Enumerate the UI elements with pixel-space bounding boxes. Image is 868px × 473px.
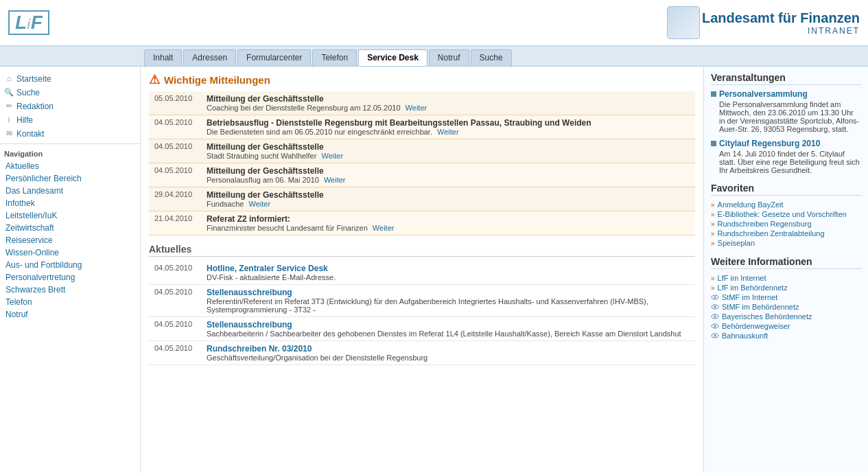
sidebar-nav-zeitwirtschaft[interactable]: Zeitwirtschaft bbox=[0, 222, 140, 234]
veranstaltungen-title: Veranstaltungen bbox=[711, 72, 861, 85]
aktuelles-text: Geschäftsverteilung/Organisation bei der… bbox=[207, 354, 692, 362]
event-link-citylauf[interactable]: Citylauf Regensburg 2010 bbox=[711, 139, 861, 148]
news-weiter-link[interactable]: Weiter bbox=[321, 152, 343, 160]
news-row: 04.05.2010Betriebsausflug - Dienststelle… bbox=[149, 115, 695, 139]
info-label: Bahnauskunft bbox=[722, 332, 768, 340]
news-content: Mitteilung der GeschäftsstellePersonalau… bbox=[204, 163, 695, 187]
news-title: Mitteilung der Geschäftsstelle bbox=[207, 142, 692, 152]
fav-link-e-bibliothek[interactable]: »E-Bibliothek: Gesetze und Vorschriften bbox=[711, 209, 861, 219]
info-link-stmf-behoerdennetz[interactable]: StMF im Behördennetz bbox=[711, 302, 861, 312]
info-link-behoerdenwegweiser[interactable]: Behördenwegweiser bbox=[711, 321, 861, 331]
warning-icon: ⚠ bbox=[149, 72, 160, 87]
nav-tab-service-desk[interactable]: Service Desk bbox=[358, 49, 427, 66]
aktuelles-date: 04.05.2010 bbox=[149, 261, 204, 285]
sidebar-nav-schwarzes-brett[interactable]: Schwarzes Brett bbox=[0, 284, 140, 296]
fav-label: E-Bibliothek: Gesetze und Vorschriften bbox=[718, 210, 847, 218]
aktuelles-title: Aktuelles bbox=[149, 244, 695, 257]
news-row: 04.05.2010Mitteilung der Geschäftsstelle… bbox=[149, 163, 695, 187]
sidebar-nav-persoenlicher-bereich[interactable]: Persönlicher Bereich bbox=[0, 172, 140, 185]
info-link-lff-internet[interactable]: »LfF im Internet bbox=[711, 273, 861, 283]
fav-link-rundschreiben-zentralabteilung[interactable]: »Rundschreiben Zentralabteilung bbox=[711, 229, 861, 238]
aktuelles-date: 04.05.2010 bbox=[149, 317, 204, 341]
sidebar-main-suche[interactable]: 🔍Suche bbox=[0, 86, 140, 100]
news-weiter-link[interactable]: Weiter bbox=[373, 224, 395, 232]
aktuelles-row: 04.05.2010Rundschreiben Nr. 03/2010Gesch… bbox=[149, 341, 695, 365]
coat-of-arms-icon bbox=[667, 6, 700, 39]
nav-tab-suche[interactable]: Suche bbox=[471, 49, 512, 66]
fav-link-anmeldung-bayzeit[interactable]: »Anmeldung BayZeit bbox=[711, 200, 861, 209]
nav-tab-adressen[interactable]: Adressen bbox=[183, 49, 236, 66]
info-link-lff-behoerdennetz[interactable]: »LfF im Behördennetz bbox=[711, 283, 861, 292]
event-link-personalversammlung[interactable]: Personalversammlung bbox=[711, 89, 861, 99]
sidebar-nav-telefon[interactable]: Telefon bbox=[0, 296, 140, 308]
sidebar-nav-links: AktuellesPersönlicher BereichDas Landesa… bbox=[0, 160, 140, 321]
info-label: StMF im Internet bbox=[722, 293, 777, 301]
aktuelles-link[interactable]: Rundschreiben Nr. 03/2010 bbox=[207, 344, 312, 354]
news-row: 29.04.2010Mitteilung der Geschäftsstelle… bbox=[149, 187, 695, 211]
info-icon: i bbox=[4, 115, 14, 125]
news-text: Finanzminister besucht Landesamt für Fin… bbox=[207, 224, 692, 232]
aktuelles-link[interactable]: Stellenausschreibung bbox=[207, 288, 292, 297]
event-item-citylauf: Citylauf Regensburg 2010Am 14. Juli 2010… bbox=[711, 139, 861, 174]
event-title-label: Personalversammlung bbox=[719, 89, 808, 99]
aktuelles-tbody: 04.05.2010Hotline, Zentraler Service Des… bbox=[149, 261, 695, 365]
nav-tab-formularcenter[interactable]: Formularcenter bbox=[237, 49, 311, 66]
aktuelles-link[interactable]: Stellenausschreibung bbox=[207, 320, 292, 330]
news-date: 04.05.2010 bbox=[149, 115, 204, 139]
sidebar-nav-aktuelles[interactable]: Aktuelles bbox=[0, 160, 140, 172]
wichtige-mitteilungen-header: ⚠ Wichtige Mitteilungen bbox=[149, 72, 695, 87]
sidebar-main-label-kontakt: Kontakt bbox=[16, 129, 45, 139]
arrow-icon: » bbox=[711, 220, 715, 228]
fav-link-rundschreiben-regensburg[interactable]: »Rundschreiben Regensburg bbox=[711, 219, 861, 229]
sidebar-nav-reiseservice[interactable]: Reiseservice bbox=[0, 234, 140, 246]
aktuelles-content: Hotline, Zentraler Service DeskDV-Fisk -… bbox=[204, 261, 695, 285]
nav-tab-notruf[interactable]: Notruf bbox=[429, 49, 469, 66]
svg-point-9 bbox=[714, 334, 716, 336]
news-content: Mitteilung der GeschäftsstelleStadt Stra… bbox=[204, 139, 695, 163]
eye-icon bbox=[711, 323, 719, 330]
aktuelles-date: 04.05.2010 bbox=[149, 285, 204, 317]
sidebar-main-hilfe[interactable]: iHilfe bbox=[0, 113, 140, 127]
sidebar-main-kontakt[interactable]: ✉Kontakt bbox=[0, 127, 140, 141]
sidebar-nav-aus-und-fortbildung[interactable]: Aus- und Fortbildung bbox=[0, 259, 140, 271]
fav-label: Anmeldung BayZeit bbox=[718, 200, 784, 209]
sidebar-nav-das-landesamt[interactable]: Das Landesamt bbox=[0, 185, 140, 197]
news-weiter-link[interactable]: Weiter bbox=[248, 200, 270, 208]
sidebar: ⌂Startseite🔍Suche✏RedaktioniHilfe✉Kontak… bbox=[0, 67, 141, 472]
nav-tabs: InhaltAdressenFormularcenterTelefonServi… bbox=[0, 47, 868, 67]
event-square-icon bbox=[711, 141, 716, 146]
sidebar-nav-leitstellen-iuk[interactable]: Leitstellen/IuK bbox=[0, 209, 140, 222]
header-subtitle: INTRANET bbox=[702, 26, 860, 36]
nav-tab-telefon[interactable]: Telefon bbox=[312, 49, 357, 66]
info-link-bahnauskunft[interactable]: Bahnauskunft bbox=[711, 331, 861, 341]
fav-label: Rundschreiben Regensburg bbox=[718, 220, 812, 228]
arrow-icon: » bbox=[711, 275, 715, 282]
news-weiter-link[interactable]: Weiter bbox=[324, 176, 346, 184]
info-link-stmf-internet[interactable]: StMF im Internet bbox=[711, 292, 861, 302]
news-text: Personalausflug am 06. Mai 2010 Weiter bbox=[207, 176, 692, 184]
aktuelles-row: 04.05.2010StellenausschreibungReferentin… bbox=[149, 285, 695, 317]
sidebar-main-links: ⌂Startseite🔍Suche✏RedaktioniHilfe✉Kontak… bbox=[0, 72, 140, 141]
info-label: Bayerisches Behördennetz bbox=[722, 312, 812, 321]
info-link-bayerisches-behoerdennetz[interactable]: Bayerisches Behördennetz bbox=[711, 312, 861, 321]
sidebar-main-startseite[interactable]: ⌂Startseite bbox=[0, 72, 140, 86]
fav-link-speiseplan[interactable]: »Speiseplan bbox=[711, 238, 861, 248]
sidebar-nav-infothek[interactable]: Infothek bbox=[0, 197, 140, 209]
sidebar-nav-wissen-online[interactable]: Wissen-Online bbox=[0, 246, 140, 259]
sidebar-nav-notruf[interactable]: Notruf bbox=[0, 308, 140, 321]
header: LiF Landesamt für Finanzen INTRANET bbox=[0, 0, 868, 47]
header-right: Landesamt für Finanzen INTRANET bbox=[660, 6, 860, 39]
news-weiter-link[interactable]: Weiter bbox=[406, 104, 427, 112]
news-tbody: 05.05.2010Mitteilung der Geschäftsstelle… bbox=[149, 91, 695, 235]
sidebar-main-label-startseite: Startseite bbox=[16, 74, 51, 84]
aktuelles-text: Sachbearbeiterin / Sachbearbeiter des ge… bbox=[207, 330, 692, 338]
eye-icon bbox=[711, 313, 719, 321]
news-row: 05.05.2010Mitteilung der Geschäftsstelle… bbox=[149, 91, 695, 115]
news-date: 04.05.2010 bbox=[149, 163, 204, 187]
sidebar-main-redaktion[interactable]: ✏Redaktion bbox=[0, 100, 140, 113]
favoriten-list: »Anmeldung BayZeit»E-Bibliothek: Gesetze… bbox=[711, 200, 861, 248]
nav-tab-inhalt[interactable]: Inhalt bbox=[144, 49, 182, 66]
news-weiter-link[interactable]: Weiter bbox=[437, 128, 459, 136]
sidebar-nav-personalvertretung[interactable]: Personalvertretung bbox=[0, 271, 140, 284]
aktuelles-link[interactable]: Hotline, Zentraler Service Desk bbox=[207, 264, 328, 273]
